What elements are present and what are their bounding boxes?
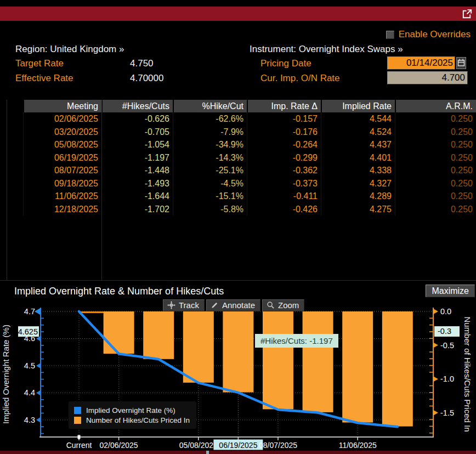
cell: 4.338: [321, 164, 395, 177]
chart-toolbar: Track Annotate Zoom: [163, 299, 304, 311]
table-row[interactable]: 06/19/2025-1.197-14.3%-0.2994.4010.250: [0, 151, 476, 164]
svg-text:4.3: 4.3: [24, 416, 35, 424]
maximize-button[interactable]: Maximize: [426, 285, 475, 297]
table-row[interactable]: 09/18/2025-1.493-4.5%-0.3734.3270.250: [0, 177, 476, 190]
cur-imp-on-rate-input[interactable]: 4.700: [387, 71, 468, 84]
table-row[interactable]: 12/18/2025-1.702-5.8%-0.4264.2750.250: [0, 203, 476, 216]
cell: 0.250: [395, 177, 476, 190]
cell: -0.705: [101, 126, 173, 139]
pricing-date-label: Pricing Date: [260, 58, 311, 69]
row-gutter: [0, 164, 23, 177]
legend-item[interactable]: Implied Overnight Rate (%): [74, 405, 190, 415]
table-row[interactable]: 02/06/2025-0.626-62.6%-0.1574.5440.250: [0, 112, 476, 126]
svg-text:-0.3: -0.3: [438, 327, 451, 336]
svg-text:Number of Hikes/Cuts Priced In: Number of Hikes/Cuts Priced In: [463, 316, 472, 432]
chart-legend: Implied Overnight Rate (%)Number of Hike…: [69, 401, 196, 429]
column-header-hikecut: %Hike/Cut: [173, 100, 247, 112]
cell: 05/08/2025: [23, 138, 101, 151]
title-bar: [0, 7, 476, 21]
table-row[interactable]: 08/07/2025-1.448-25.1%-0.3624.3380.250: [0, 164, 476, 177]
instrument-selector[interactable]: Instrument: Overnight Index Swaps »: [250, 44, 403, 55]
cell: 0.250: [395, 112, 476, 126]
table-header-gutter: [0, 100, 23, 112]
cell: -1.197: [101, 151, 173, 164]
table-divider: [101, 100, 102, 281]
bottom-strip: [0, 451, 476, 454]
cell: -62.6%: [173, 112, 247, 126]
track-button[interactable]: Track: [163, 299, 205, 311]
svg-text:-1.0: -1.0: [440, 374, 454, 383]
track-button-label: Track: [179, 300, 199, 310]
cell: -5.8%: [173, 203, 247, 216]
cell: -1.493: [101, 177, 173, 190]
annotate-button[interactable]: Annotate: [206, 299, 260, 311]
table-row[interactable]: 05/08/2025-1.054-34.9%-0.2644.4370.250: [0, 138, 476, 151]
svg-text:Implied Overnight Rate (%): Implied Overnight Rate (%): [1, 325, 10, 424]
row-gutter: [0, 190, 23, 203]
cell: -4.5%: [173, 177, 247, 190]
cell: -34.9%: [173, 138, 247, 151]
svg-text:08/07/2025: 08/07/2025: [259, 441, 297, 450]
cell: 12/18/2025: [23, 203, 101, 216]
svg-text:4.4: 4.4: [24, 388, 35, 397]
svg-text:0.0: 0.0: [440, 307, 451, 316]
row-gutter: [0, 126, 23, 139]
chart-area: 4.74.64.54.44.34.6250.0-0.5-1.0-1.5-0.3C…: [0, 299, 476, 451]
table-row[interactable]: 03/20/2025-0.705-7.9%-0.1764.5240.250: [0, 126, 476, 139]
cell: -0.411: [247, 190, 321, 203]
column-header-arm: A.R.M.: [395, 100, 476, 112]
cell: -1.448: [101, 164, 173, 177]
target-rate-label: Target Rate: [15, 58, 64, 69]
cell: 0.250: [395, 138, 476, 151]
bottom-strip-marker: [206, 451, 209, 454]
cell: -0.299: [247, 151, 321, 164]
cell: -1.644: [101, 190, 173, 203]
table-row[interactable]: 11/06/2025-1.644-15.1%-0.4114.2890.250: [0, 190, 476, 203]
svg-text:4.5: 4.5: [24, 361, 35, 370]
enable-overrides-checkbox[interactable]: [386, 31, 394, 39]
export-icon[interactable]: [461, 8, 473, 20]
cell: -0.362: [247, 164, 321, 177]
table-divider: [7, 100, 7, 281]
cell: -0.426: [247, 203, 321, 216]
row-gutter: [0, 203, 23, 216]
cell: 4.544: [321, 112, 395, 126]
cell: -1.702: [101, 203, 173, 216]
cell: -0.626: [101, 112, 173, 126]
region-selector[interactable]: Region: United Kingdom »: [15, 44, 124, 55]
row-gutter: [0, 177, 23, 190]
legend-label: Number of Hikes/Cuts Priced In: [86, 416, 190, 424]
cell: 0.250: [395, 164, 476, 177]
zoom-button-label: Zoom: [278, 300, 299, 310]
cell: -0.373: [247, 177, 321, 190]
meetings-table: Meeting#Hikes/Cuts%Hike/CutImp. Rate ΔIm…: [0, 100, 476, 281]
cell: 4.327: [321, 177, 395, 190]
cell: 4.437: [321, 138, 395, 151]
enable-overrides: Enable Overrides: [386, 29, 471, 40]
legend-item[interactable]: Number of Hikes/Cuts Priced In: [74, 415, 190, 425]
cell: 0.250: [395, 203, 476, 216]
svg-text:Current: Current: [66, 441, 92, 450]
cell: 4.289: [321, 190, 395, 203]
legend-swatch: [74, 407, 81, 414]
svg-text:02/06/2025: 02/06/2025: [100, 441, 138, 450]
wirp-screen: Enable Overrides Region: United Kingdom …: [0, 0, 476, 454]
zoom-button[interactable]: Zoom: [262, 299, 304, 311]
cell: -0.264: [247, 138, 321, 151]
table-body: 02/06/2025-0.626-62.6%-0.1574.5440.25003…: [0, 112, 476, 215]
cell: 0.250: [395, 126, 476, 139]
svg-text:4.625: 4.625: [18, 327, 38, 336]
cell: 08/07/2025: [23, 164, 101, 177]
effective-rate-value: 4.70000: [130, 73, 163, 84]
cell: -25.1%: [173, 164, 247, 177]
legend-swatch: [74, 417, 81, 424]
calendar-icon[interactable]: [456, 57, 466, 69]
annotate-button-label: Annotate: [222, 300, 255, 310]
pricing-date-input[interactable]: 01/14/2025: [387, 56, 455, 70]
chart-title: Implied Overnight Rate & Number of Hikes…: [14, 285, 224, 298]
svg-text:06/19/2025: 06/19/2025: [219, 441, 257, 450]
target-rate-value: 4.750: [130, 58, 154, 69]
cell: -14.3%: [173, 151, 247, 164]
cell: 0.250: [395, 190, 476, 203]
chart-titlebar: Implied Overnight Rate & Number of Hikes…: [0, 285, 476, 298]
